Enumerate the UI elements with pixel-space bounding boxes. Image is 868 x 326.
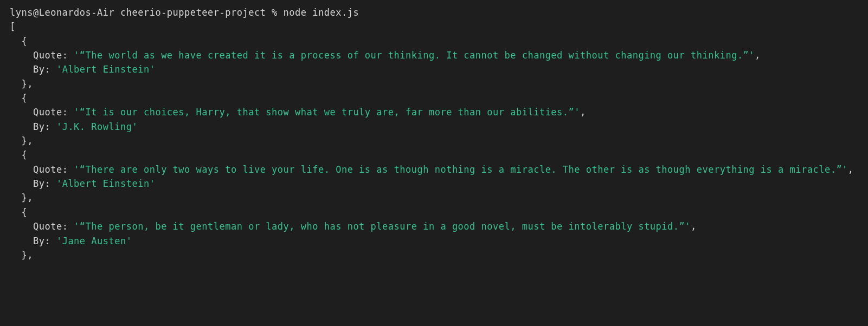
value-quote-3: '“The person, be it gentleman or lady, w… xyxy=(74,221,691,232)
prompt-sep: % xyxy=(266,7,283,18)
value-quote-1: '“It is our choices, Harry, that show wh… xyxy=(74,107,580,118)
terminal-output[interactable]: lyns@Leonardos-Air cheerio-puppeteer-pro… xyxy=(10,5,858,262)
comma-quote-2: , xyxy=(848,164,854,175)
key-quote-1: Quote: xyxy=(10,107,74,118)
key-by-3: By: xyxy=(10,236,56,246)
object-close-0: }, xyxy=(10,79,33,89)
value-quote-2: '“There are only two ways to live your l… xyxy=(74,164,848,175)
key-by-2: By: xyxy=(10,178,56,189)
array-open: [ xyxy=(10,21,16,32)
comma-quote-1: , xyxy=(580,107,586,118)
comma-quote-3: , xyxy=(691,221,697,232)
value-quote-0: '“The world as we have created it is a p… xyxy=(74,50,755,61)
key-quote-3: Quote: xyxy=(10,221,74,232)
key-quote-2: Quote: xyxy=(10,164,74,175)
prompt-space xyxy=(114,7,120,18)
value-by-3: 'Jane Austen' xyxy=(56,236,132,246)
object-close-1: }, xyxy=(10,135,33,146)
key-quote-0: Quote: xyxy=(10,50,74,61)
prompt-user: lyns@Leonardos-Air xyxy=(10,7,114,18)
value-by-2: 'Albert Einstein' xyxy=(56,178,156,189)
key-by-0: By: xyxy=(10,64,56,75)
object-open-2: { xyxy=(10,149,27,160)
object-open-1: { xyxy=(10,93,27,103)
object-close-2: }, xyxy=(10,192,33,203)
object-close-3: }, xyxy=(10,250,33,260)
value-by-0: 'Albert Einstein' xyxy=(56,64,156,75)
prompt-dir: cheerio-puppeteer-project xyxy=(120,7,266,18)
object-open-0: { xyxy=(10,36,27,47)
comma-quote-0: , xyxy=(755,50,761,61)
value-by-1: 'J.K. Rowling' xyxy=(56,121,138,132)
command-text: node index.js xyxy=(284,7,359,18)
object-open-3: { xyxy=(10,207,27,218)
key-by-1: By: xyxy=(10,121,56,132)
